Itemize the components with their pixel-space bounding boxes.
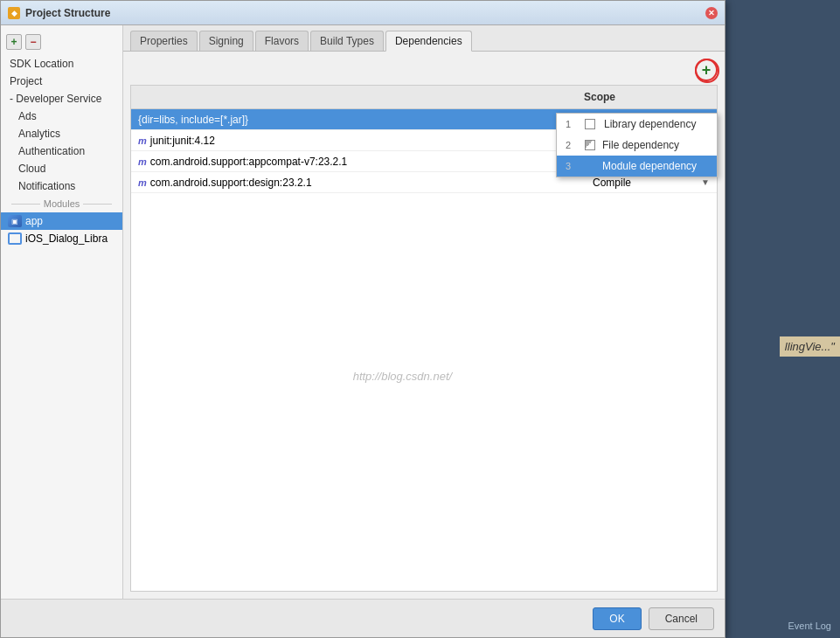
sidebar-add-button[interactable]: + [6, 34, 22, 50]
library-num: 1 [566, 119, 578, 129]
row4-chevron-icon: ▼ [701, 177, 710, 187]
col-name-header [131, 89, 577, 105]
module-label: Module dependency [602, 160, 697, 172]
add-btn-ring [695, 59, 719, 83]
app-module-label: app [25, 215, 43, 227]
cancel-button[interactable]: Cancel [649, 607, 714, 630]
tab-signing[interactable]: Signing [199, 31, 253, 51]
sidebar-toolbar: + − [1, 32, 122, 55]
sidebar-module-ios-dialog[interactable]: iOS_Dialog_Libra [1, 230, 122, 247]
app-module-icon: ▣ [8, 215, 22, 227]
dep-toolbar: + 1 Library dependency 2 [130, 59, 718, 81]
sidebar-item-sdk-location[interactable]: SDK Location [1, 55, 122, 73]
tab-dependencies[interactable]: Dependencies [385, 31, 472, 52]
dialog-icon: ◆ [8, 7, 20, 19]
row3-name: m com.android.support:appcompat-v7:23.2.… [131, 153, 586, 170]
sidebar-item-cloud[interactable]: Cloud [1, 160, 122, 177]
add-dependency-button[interactable]: + [695, 59, 718, 81]
sidebar-item-authentication[interactable]: Authentication [1, 142, 122, 160]
tab-properties[interactable]: Properties [130, 31, 198, 51]
add-dependency-container: + 1 Library dependency 2 [695, 59, 718, 81]
library-label: Library dependency [604, 118, 696, 130]
dialog-title: Project Structure [25, 7, 700, 19]
m-icon-row4: m [138, 177, 147, 188]
sidebar-module-app[interactable]: ▣ app [1, 212, 122, 230]
file-num: 2 [566, 140, 578, 150]
tab-flavors[interactable]: Flavors [255, 31, 309, 51]
event-log-label[interactable]: Event Log [788, 621, 831, 631]
row2-name: m junit:junit:4.12 [131, 132, 586, 149]
title-bar-controls: ✕ [705, 7, 718, 19]
ios-dialog-label: iOS_Dialog_Libra [25, 232, 108, 245]
sidebar-item-analytics[interactable]: Analytics [1, 125, 122, 142]
file-icon [585, 140, 595, 150]
ide-right-text: llingVie..." [780, 336, 840, 357]
table-header: Scope [131, 86, 717, 109]
lib-module-icon [8, 232, 22, 245]
library-icon [585, 119, 595, 129]
sidebar-item-notifications[interactable]: Notifications [1, 177, 122, 195]
table-rows: {dir=libs, include=[*.jar]} Compile ▼ m … [131, 109, 717, 591]
col-scope-header: Scope [577, 89, 717, 105]
dependencies-panel: + 1 Library dependency 2 [123, 52, 725, 599]
dialog-footer: OK Cancel [1, 599, 725, 637]
ok-button[interactable]: OK [593, 607, 641, 630]
dropdown-item-file[interactable]: 2 File dependency [557, 135, 717, 156]
ide-right-panel: llingVie..." [718, 0, 840, 638]
dialog-content: + − SDK Location Project - Developer Ser… [1, 25, 725, 599]
module-num: 3 [566, 161, 578, 171]
row4-name: m com.android.support:design:23.2.1 [131, 174, 586, 191]
dependency-type-dropdown: 1 Library dependency 2 File dependency 3 [556, 113, 718, 177]
file-label: File dependency [602, 139, 679, 151]
dropdown-item-module[interactable]: 3 Module dependency [557, 156, 717, 177]
tabs-bar: Properties Signing Flavors Build Types D… [123, 25, 725, 52]
sidebar-item-project[interactable]: Project [1, 73, 122, 90]
m-icon-row3: m [138, 156, 147, 167]
modules-section-divider: Modules [1, 195, 122, 212]
m-icon-row2: m [138, 135, 147, 146]
row1-name: {dir=libs, include=[*.jar]} [131, 111, 586, 128]
sidebar-item-developer-service[interactable]: - Developer Service [1, 90, 122, 107]
sidebar-remove-button[interactable]: − [25, 34, 41, 50]
dropdown-item-library[interactable]: 1 Library dependency [557, 114, 717, 135]
main-area: Properties Signing Flavors Build Types D… [123, 25, 725, 599]
sidebar: + − SDK Location Project - Developer Ser… [1, 25, 123, 599]
project-structure-dialog: ◆ Project Structure ✕ + − SDK Location P… [0, 0, 725, 638]
module-icon [585, 161, 595, 171]
tab-build-types[interactable]: Build Types [310, 31, 384, 51]
sidebar-item-ads[interactable]: Ads [1, 107, 122, 125]
close-button[interactable]: ✕ [705, 7, 718, 19]
title-bar: ◆ Project Structure ✕ [1, 1, 725, 25]
